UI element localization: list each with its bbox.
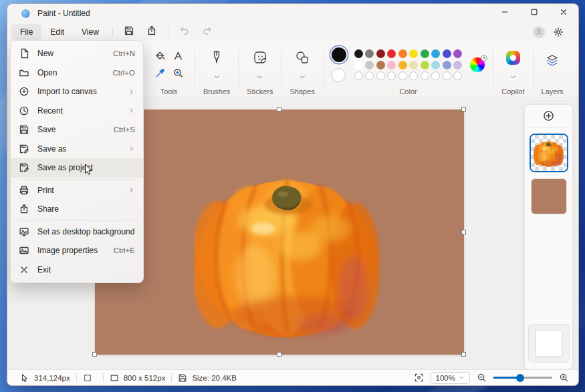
color-swatch[interactable]	[421, 49, 429, 58]
file-menu-item-save-as[interactable]: Save as	[11, 140, 143, 159]
ribbon-separator	[493, 49, 493, 89]
drawing-canvas[interactable]	[95, 110, 464, 355]
custom-color-slot[interactable]	[453, 71, 462, 80]
color-swatch[interactable]	[376, 61, 385, 69]
menu-view[interactable]: View	[73, 24, 108, 40]
chevron-right-icon	[128, 145, 135, 152]
primary-color-swatch[interactable]	[332, 47, 346, 62]
custom-color-slot[interactable]	[431, 71, 440, 80]
file-menu-item-save[interactable]: SaveCtrl+S	[11, 120, 143, 140]
file-menu-item-save-as-project[interactable]: Save as project	[11, 158, 143, 178]
canvas-handle-top-mid[interactable]	[277, 107, 281, 112]
close-button[interactable]	[549, 4, 578, 23]
layers-group[interactable]: Layers	[535, 41, 570, 97]
file-menu-item-label: Save as	[37, 144, 120, 154]
color-swatch[interactable]	[376, 49, 385, 58]
canvas-handle-bottom-mid[interactable]	[277, 352, 281, 357]
file-menu-item-new[interactable]: NewCtrl+N	[11, 44, 143, 63]
color-swatch[interactable]	[421, 61, 429, 69]
canvas-handle-mid-right[interactable]	[461, 230, 466, 234]
new-file-icon	[19, 48, 29, 59]
copilot-group[interactable]: Copilot	[495, 41, 531, 97]
undo-icon	[179, 25, 190, 39]
custom-color-slot[interactable]	[443, 71, 451, 80]
magnifier-tool-button[interactable]	[169, 65, 187, 81]
file-menu-item-label: Import to canvas	[37, 87, 120, 96]
color-swatch[interactable]	[354, 61, 363, 69]
layer-thumbnail-pumpkin[interactable]	[531, 135, 567, 171]
color-swatch[interactable]	[354, 49, 363, 58]
file-menu-item-print[interactable]: Print	[11, 181, 143, 200]
share-icon	[146, 25, 157, 39]
file-menu-item-image-properties[interactable]: Image propertiesCtrl+E	[11, 241, 143, 260]
color-swatch[interactable]	[431, 49, 440, 58]
brushes-group[interactable]: Brushes	[197, 41, 237, 97]
import-canvas-icon	[19, 86, 29, 97]
file-menu-item-exit[interactable]: Exit	[11, 260, 143, 280]
recent-clock-icon	[19, 106, 29, 116]
account-button[interactable]	[533, 26, 545, 38]
custom-color-slot[interactable]	[421, 71, 429, 80]
color-swatch[interactable]	[409, 61, 418, 69]
selection-size-readout	[77, 373, 103, 383]
color-swatch[interactable]	[398, 49, 407, 58]
menu-edit[interactable]: Edit	[41, 24, 73, 40]
color-swatch[interactable]	[453, 49, 462, 58]
file-menu-item-open[interactable]: OpenCtrl+O	[11, 63, 143, 83]
minimize-button[interactable]	[490, 4, 519, 23]
custom-color-slot[interactable]	[354, 71, 363, 80]
color-swatch[interactable]	[365, 49, 374, 58]
file-menu-item-set-desktop-background[interactable]: Set as desktop background	[11, 222, 143, 242]
background-layer-thumbnail[interactable]	[536, 331, 562, 356]
copilot-icon	[506, 51, 520, 65]
undo-button[interactable]	[174, 24, 195, 40]
add-layer-button[interactable]	[525, 105, 572, 128]
text-tool-button[interactable]	[169, 47, 187, 64]
custom-color-slot[interactable]	[365, 71, 374, 80]
zoom-out-icon[interactable]	[477, 373, 487, 383]
fit-screen-icon[interactable]	[414, 373, 424, 383]
color-swatch[interactable]	[409, 49, 418, 58]
copilot-label: Copilot	[501, 86, 524, 95]
zoom-level-dropdown[interactable]: 100%	[431, 372, 470, 384]
file-menu-item-recent[interactable]: Recent	[11, 102, 143, 121]
canvas-handle-bottom-left[interactable]	[92, 352, 97, 357]
color-swatch[interactable]	[398, 61, 407, 69]
file-menu-item-share[interactable]: Share	[11, 200, 143, 219]
custom-color-slot[interactable]	[376, 71, 385, 80]
redo-button[interactable]	[197, 24, 217, 40]
file-menu-item-import-to-canvas[interactable]: Import to canvas	[11, 82, 143, 102]
print-icon	[19, 185, 29, 196]
edit-colors-button[interactable]: +	[470, 57, 485, 72]
settings-button[interactable]	[553, 27, 564, 37]
maximize-button[interactable]	[519, 4, 549, 23]
layer-thumbnail-background-color[interactable]	[531, 178, 567, 214]
color-swatch[interactable]	[365, 61, 374, 69]
custom-color-slot[interactable]	[398, 71, 407, 80]
shapes-group[interactable]: Shapes	[283, 41, 321, 97]
zoom-slider[interactable]	[493, 377, 552, 379]
menu-file[interactable]: File	[11, 24, 41, 40]
quick-save-button[interactable]	[119, 24, 139, 40]
color-swatch[interactable]	[431, 61, 440, 69]
color-swatch[interactable]	[453, 61, 462, 69]
custom-color-slot[interactable]	[409, 71, 418, 80]
canvas-size-readout: 800 x 512px	[104, 373, 172, 383]
secondary-color-swatch[interactable]	[332, 68, 346, 82]
quick-share-button[interactable]	[142, 24, 162, 40]
color-swatch[interactable]	[443, 49, 451, 58]
chevron-down-icon	[299, 73, 306, 81]
cursor-position-value: 314,124px	[34, 374, 70, 382]
zoom-in-icon[interactable]	[559, 373, 569, 383]
zoom-slider-thumb[interactable]	[516, 374, 524, 382]
custom-color-slot[interactable]	[387, 71, 396, 80]
color-swatch[interactable]	[387, 61, 396, 69]
canvas-handle-top-right[interactable]	[461, 107, 466, 112]
stickers-group[interactable]: Stickers	[240, 41, 279, 97]
fill-tool-button[interactable]	[151, 47, 168, 64]
color-swatch[interactable]	[443, 61, 451, 69]
eyedropper-tool-button[interactable]	[151, 65, 168, 81]
canvas-handle-bottom-right[interactable]	[461, 352, 466, 357]
file-menu-item-label: Set as desktop background	[37, 227, 134, 236]
color-swatch[interactable]	[387, 49, 396, 58]
